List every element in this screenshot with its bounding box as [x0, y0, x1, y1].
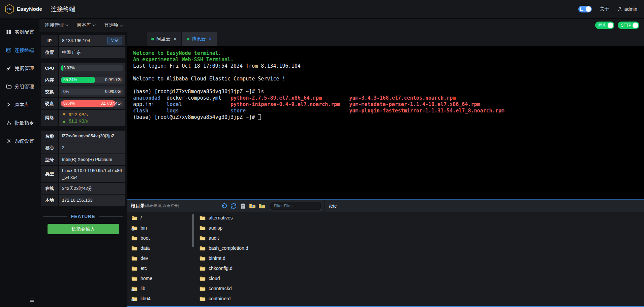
row-value: 87.4%32.7/37.4G [59, 98, 125, 109]
row-label: CPU [41, 63, 58, 74]
file-row[interactable]: alternatives [195, 213, 644, 223]
row-value: 172.16.156.153 [59, 195, 125, 206]
menu-connection[interactable]: 连接管理 [45, 22, 68, 28]
row-label: 网络 [41, 110, 58, 126]
theme-toggle[interactable] [578, 6, 592, 12]
host-panel: IP8.134.196.104复制位置中国 广东 CPU3.03%内存55.24… [39, 32, 127, 307]
sidebar-item-scripts[interactable]: 脚本库 [0, 96, 39, 114]
status-dot-icon [187, 38, 189, 40]
detail-value: Linux 3.10.0-1160.95.1.el7.x86_64 x64 [62, 167, 122, 181]
user-icon [617, 7, 622, 12]
network-down: 51.2 KB/s [62, 118, 88, 124]
file-name: audisp [209, 225, 222, 231]
sidebar-item-label: 实例配置 [14, 29, 34, 35]
file-row[interactable]: data [127, 243, 192, 253]
refresh-icon[interactable] [230, 203, 237, 209]
file-row[interactable]: chkconfig.d [195, 263, 644, 273]
scrollbar-thumb[interactable] [192, 214, 194, 247]
folder-icon [200, 215, 206, 220]
file-row[interactable]: boot [127, 233, 192, 243]
detail-row-name: 名称iZ7xv8mogva854vg30j3jpZ [41, 131, 125, 142]
menu-preferences[interactable]: 首选项 [104, 22, 123, 28]
file-row[interactable]: bin [127, 223, 192, 233]
feature-label: FEATURE [71, 214, 95, 219]
sidebar-item-label: 批量指令 [14, 120, 34, 126]
file-row[interactable]: audisp [195, 223, 644, 233]
row-label: 型号 [41, 154, 58, 165]
stat-row-swap: 交换0%0.0/0.0G [41, 86, 125, 97]
long-command-button[interactable]: 长指令输入 [48, 224, 119, 234]
switch-knob [633, 23, 638, 28]
main-column: 阿里云×腾讯云× Welcome to EasyNode terminal.An… [127, 32, 644, 307]
switch-sftp[interactable]: SFTP [618, 22, 639, 29]
app: EN EasyNode 连接终端 关于 admin 实例配置连接终端凭据管理分组… [0, 0, 644, 307]
sidebar-item-credentials[interactable]: 凭据管理 [0, 59, 39, 77]
terminal-tab-aliyun[interactable]: 阿里云× [146, 32, 182, 46]
file-row[interactable]: lib64 [127, 294, 192, 304]
detail-value: iZ7xv8mogva854vg30j3jpZ [62, 133, 114, 139]
folder-icon [131, 256, 137, 261]
row-label: 本地 [41, 195, 58, 206]
detail-row-type: 类型Linux 3.10.0-1160.95.1.el7.x86_64 x64 [41, 166, 125, 182]
sidebar-item-label: 脚本库 [14, 102, 29, 108]
collapse-sidebar-icon[interactable] [29, 298, 35, 303]
sidebar-item-instance-config[interactable]: 实例配置 [0, 23, 39, 41]
app-name: EasyNode [17, 6, 42, 12]
terminal-line [133, 69, 638, 76]
file-list-children: alternativesaudispauditbash_completion.d… [194, 212, 644, 306]
file-row[interactable]: cloud [195, 273, 644, 283]
file-row[interactable]: dev [127, 253, 192, 263]
download-folder-icon[interactable] [249, 203, 256, 209]
file-row[interactable]: home [127, 273, 192, 283]
copy-ip-button[interactable]: 复制 [107, 37, 122, 44]
stat-row-disk: 硬盘87.4%32.7/37.4G [41, 98, 125, 109]
folder-icon [200, 276, 206, 281]
detail-value: 342天23时42分 [62, 185, 92, 192]
file-row[interactable]: bash_completion.d [195, 243, 644, 253]
feature-divider: FEATURE [43, 214, 123, 219]
file-row[interactable]: etc [127, 263, 192, 273]
network-up: 92.2 KB/s [62, 112, 88, 117]
file-row[interactable]: containerd [195, 294, 644, 304]
file-row[interactable]: / [127, 213, 192, 223]
chevron-down-icon [65, 23, 69, 26]
file-row[interactable]: conntrackd [195, 283, 644, 294]
row-label: 在线 [41, 183, 58, 194]
file-row[interactable]: binfmt.d [195, 253, 644, 263]
folder-icon [200, 226, 206, 231]
upload-folder-icon[interactable] [258, 203, 265, 209]
undo-icon[interactable] [221, 203, 227, 209]
network-speed: 92.2 KB/s [69, 112, 88, 117]
sidebar-item-groups[interactable]: 分组管理 [0, 77, 39, 96]
row-value: Intel(R) Xeon(R) Platinum [59, 154, 125, 165]
panel-menus: 连接管理脚本库首选项 [39, 22, 127, 28]
progress-disk: 87.4%32.7/37.4G [61, 100, 123, 107]
terminal-line: clash logs store yum-plugin-fastestmirro… [133, 108, 638, 114]
sidebar-item-terminal[interactable]: 连接终端 [0, 41, 39, 59]
row-label: 内存 [41, 74, 58, 86]
about-link[interactable]: 关于 [600, 6, 609, 12]
menu-label: 首选项 [104, 22, 118, 28]
file-name: lib [141, 286, 145, 291]
sidebar-item-settings[interactable]: 系统设置 [0, 132, 39, 150]
easynode-logo-icon: EN [5, 4, 14, 14]
terminal-tab-tencent[interactable]: 腾讯云× [182, 32, 217, 46]
terminal-line: anaconda3 docker-compose.yml python-2.7.… [133, 95, 638, 101]
user-menu[interactable]: admin [617, 6, 637, 12]
tab-close-icon[interactable]: × [209, 36, 212, 42]
menu-scripts[interactable]: 脚本库 [77, 22, 95, 28]
file-name: etc [141, 266, 147, 271]
folder-icon [200, 266, 206, 271]
info-value: 8.134.196.104 [62, 38, 90, 43]
switch-sync[interactable]: 同步 [595, 22, 614, 29]
terminal-screen[interactable]: Welcome to EasyNode terminal.An experime… [127, 46, 644, 199]
delete-icon[interactable] [240, 203, 246, 209]
file-row[interactable]: audit [195, 233, 644, 243]
filter-files-input[interactable] [270, 202, 321, 210]
sidebar-item-batch-command[interactable]: 批量指令 [0, 114, 39, 132]
progress-cpu: 3.03% [61, 65, 123, 71]
tab-label: 阿里云 [156, 36, 171, 42]
tab-close-icon[interactable]: × [174, 36, 177, 42]
file-row[interactable]: lib [127, 283, 192, 294]
host-detail-rows: 名称iZ7xv8mogva854vg30j3jpZ核心2型号Intel(R) X… [41, 131, 125, 206]
